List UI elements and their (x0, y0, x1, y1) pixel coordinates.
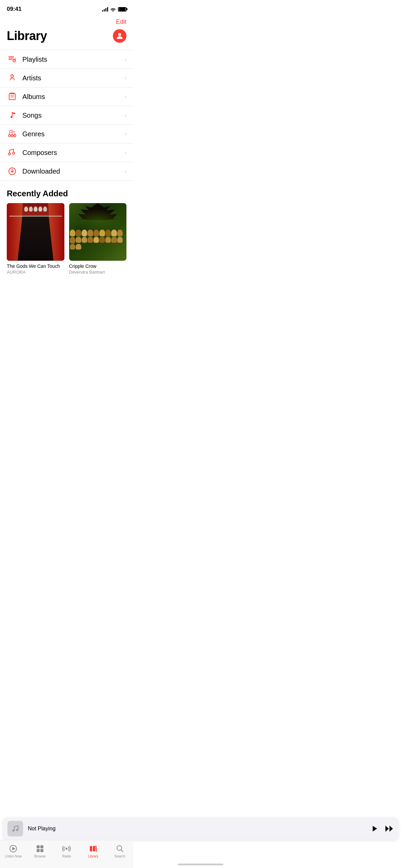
album-card-aurora[interactable]: The Gods We Can Touch AURORA (7, 203, 64, 275)
svg-point-9 (11, 135, 13, 137)
album-art-cripple (69, 203, 127, 261)
playlists-chevron: › (125, 56, 126, 62)
albums-chevron: › (125, 94, 126, 100)
playlists-icon (7, 55, 18, 64)
svg-rect-4 (9, 94, 15, 100)
album-card-cripple[interactable]: Cripple Crow Devendra Banhart (69, 203, 127, 275)
album-artist-aurora: AURORA (7, 270, 64, 275)
status-bar: 09:41 (0, 0, 133, 17)
menu-item-albums[interactable]: Albums › (0, 87, 133, 106)
album-artist-cripple: Devendra Banhart (69, 270, 127, 275)
signal-icon (102, 7, 108, 12)
albums-label: Albums (22, 93, 125, 101)
status-time: 09:41 (7, 6, 21, 13)
album-title-cripple: Cripple Crow (69, 263, 127, 269)
menu-list: Playlists › Artists › Albums › (0, 50, 133, 181)
songs-icon (7, 111, 18, 120)
downloaded-icon (7, 167, 18, 176)
downloaded-chevron: › (125, 168, 126, 174)
album-art-aurora (7, 203, 64, 261)
page-title-row: Library (0, 27, 133, 50)
artists-chevron: › (125, 75, 126, 81)
battery-icon (118, 7, 126, 12)
composers-icon (7, 148, 18, 157)
downloaded-label: Downloaded (22, 167, 125, 175)
wifi-icon (110, 7, 116, 12)
profile-button[interactable] (113, 29, 126, 43)
albums-icon (7, 92, 18, 101)
page-title: Library (7, 29, 47, 43)
artists-icon (7, 74, 18, 82)
recently-added-grid: The Gods We Can Touch AURORA (0, 203, 133, 285)
menu-item-genres[interactable]: Genres › (0, 125, 133, 143)
recently-added-title: Recently Added (0, 181, 133, 203)
menu-item-artists[interactable]: Artists › (0, 69, 133, 87)
menu-item-composers[interactable]: Composers › (0, 143, 133, 162)
album-title-aurora: The Gods We Can Touch (7, 263, 64, 269)
profile-icon (115, 32, 124, 40)
edit-button[interactable]: Edit (116, 18, 126, 25)
svg-line-11 (11, 132, 15, 133)
menu-item-playlists[interactable]: Playlists › (0, 50, 133, 69)
artists-label: Artists (22, 74, 125, 82)
menu-item-songs[interactable]: Songs › (0, 106, 133, 125)
genres-chevron: › (125, 131, 126, 137)
genres-label: Genres (22, 130, 125, 138)
status-icons (102, 7, 126, 12)
menu-item-downloaded[interactable]: Downloaded › (0, 162, 133, 181)
genres-icon (7, 130, 18, 138)
composers-label: Composers (22, 149, 125, 157)
svg-point-8 (8, 135, 11, 137)
composers-chevron: › (125, 150, 126, 156)
header: Edit (0, 17, 133, 27)
svg-point-0 (118, 33, 121, 36)
svg-point-10 (14, 135, 16, 137)
songs-label: Songs (22, 112, 125, 119)
playlists-label: Playlists (22, 56, 125, 63)
songs-chevron: › (125, 112, 126, 118)
